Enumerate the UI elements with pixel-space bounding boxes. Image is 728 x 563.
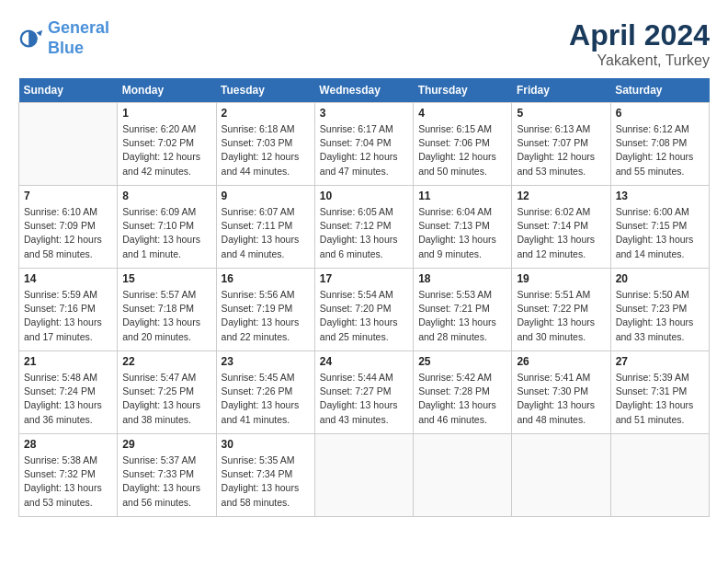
day-cell (512, 434, 610, 517)
day-info: Sunrise: 5:59 AM Sunset: 7:16 PM Dayligh… (24, 288, 112, 344)
day-info: Sunrise: 6:04 AM Sunset: 7:13 PM Dayligh… (418, 205, 506, 261)
day-number: 22 (122, 355, 210, 368)
day-cell: 23Sunrise: 5:45 AM Sunset: 7:26 PM Dayli… (216, 351, 314, 434)
week-row-3: 14Sunrise: 5:59 AM Sunset: 7:16 PM Dayli… (19, 269, 710, 351)
day-number: 1 (122, 107, 210, 120)
day-cell: 16Sunrise: 5:56 AM Sunset: 7:19 PM Dayli… (216, 269, 314, 351)
weekday-header-sunday: Sunday (19, 78, 118, 103)
day-info: Sunrise: 6:07 AM Sunset: 7:11 PM Dayligh… (222, 205, 310, 261)
day-info: Sunrise: 5:48 AM Sunset: 7:24 PM Dayligh… (24, 371, 112, 427)
day-info: Sunrise: 5:35 AM Sunset: 7:34 PM Dayligh… (222, 454, 310, 510)
day-number: 28 (24, 438, 112, 451)
logo: General Blue (18, 18, 109, 58)
day-cell: 26Sunrise: 5:41 AM Sunset: 7:30 PM Dayli… (512, 351, 610, 434)
day-cell: 14Sunrise: 5:59 AM Sunset: 7:16 PM Dayli… (19, 269, 118, 351)
day-number: 19 (517, 272, 605, 285)
day-cell: 10Sunrise: 6:05 AM Sunset: 7:12 PM Dayli… (314, 186, 413, 269)
day-info: Sunrise: 5:38 AM Sunset: 7:32 PM Dayligh… (24, 454, 112, 510)
day-number: 8 (122, 190, 210, 202)
day-cell: 3Sunrise: 6:17 AM Sunset: 7:04 PM Daylig… (314, 103, 413, 186)
day-cell (314, 434, 413, 517)
day-cell: 19Sunrise: 5:51 AM Sunset: 7:22 PM Dayli… (512, 269, 610, 351)
day-number: 26 (517, 355, 605, 368)
day-info: Sunrise: 5:54 AM Sunset: 7:20 PM Dayligh… (320, 288, 408, 344)
day-number: 3 (320, 107, 408, 120)
day-info: Sunrise: 5:53 AM Sunset: 7:21 PM Dayligh… (418, 288, 506, 344)
day-number: 9 (222, 190, 310, 202)
week-row-4: 21Sunrise: 5:48 AM Sunset: 7:24 PM Dayli… (19, 351, 710, 434)
weekday-header-saturday: Saturday (610, 78, 709, 103)
day-info: Sunrise: 6:13 AM Sunset: 7:07 PM Dayligh… (517, 122, 605, 178)
day-number: 20 (616, 272, 704, 285)
day-cell: 4Sunrise: 6:15 AM Sunset: 7:06 PM Daylig… (414, 103, 512, 186)
day-cell: 11Sunrise: 6:04 AM Sunset: 7:13 PM Dayli… (414, 186, 512, 269)
day-number: 7 (24, 190, 112, 202)
day-number: 30 (222, 438, 310, 451)
day-info: Sunrise: 6:05 AM Sunset: 7:12 PM Dayligh… (320, 205, 408, 261)
weekday-header-thursday: Thursday (414, 78, 512, 103)
day-cell (610, 434, 709, 517)
month-title: April 2024 (569, 18, 710, 52)
day-info: Sunrise: 6:12 AM Sunset: 7:08 PM Dayligh… (616, 122, 704, 178)
day-info: Sunrise: 6:00 AM Sunset: 7:15 PM Dayligh… (616, 205, 704, 261)
page-header: General Blue April 2024 Yakakent, Turkey (18, 18, 710, 69)
week-row-1: 1Sunrise: 6:20 AM Sunset: 7:02 PM Daylig… (19, 103, 710, 186)
day-info: Sunrise: 6:17 AM Sunset: 7:04 PM Dayligh… (320, 122, 408, 178)
day-info: Sunrise: 5:42 AM Sunset: 7:28 PM Dayligh… (418, 371, 506, 427)
day-cell: 28Sunrise: 5:38 AM Sunset: 7:32 PM Dayli… (19, 434, 118, 517)
day-info: Sunrise: 5:45 AM Sunset: 7:26 PM Dayligh… (222, 371, 310, 427)
title-block: April 2024 Yakakent, Turkey (569, 18, 710, 69)
day-cell: 22Sunrise: 5:47 AM Sunset: 7:25 PM Dayli… (118, 351, 216, 434)
day-number: 13 (616, 190, 704, 202)
day-number: 25 (418, 355, 506, 368)
day-cell: 30Sunrise: 5:35 AM Sunset: 7:34 PM Dayli… (216, 434, 314, 517)
weekday-header-row: SundayMondayTuesdayWednesdayThursdayFrid… (19, 78, 710, 103)
day-number: 29 (122, 438, 210, 451)
day-cell: 13Sunrise: 6:00 AM Sunset: 7:15 PM Dayli… (610, 186, 709, 269)
day-cell: 6Sunrise: 6:12 AM Sunset: 7:08 PM Daylig… (610, 103, 709, 186)
weekday-header-wednesday: Wednesday (314, 78, 413, 103)
day-number: 6 (616, 107, 704, 120)
day-number: 16 (222, 272, 310, 285)
day-cell: 21Sunrise: 5:48 AM Sunset: 7:24 PM Dayli… (19, 351, 118, 434)
day-number: 5 (517, 107, 605, 120)
day-number: 18 (418, 272, 506, 285)
day-number: 4 (418, 107, 506, 120)
day-cell: 7Sunrise: 6:10 AM Sunset: 7:09 PM Daylig… (19, 186, 118, 269)
day-number: 17 (320, 272, 408, 285)
day-number: 15 (122, 272, 210, 285)
day-cell: 29Sunrise: 5:37 AM Sunset: 7:33 PM Dayli… (118, 434, 216, 517)
logo-text: General Blue (48, 18, 109, 58)
day-cell: 2Sunrise: 6:18 AM Sunset: 7:03 PM Daylig… (216, 103, 314, 186)
weekday-header-monday: Monday (118, 78, 216, 103)
calendar-table: SundayMondayTuesdayWednesdayThursdayFrid… (18, 78, 710, 517)
day-number: 2 (222, 107, 310, 120)
day-cell: 25Sunrise: 5:42 AM Sunset: 7:28 PM Dayli… (414, 351, 512, 434)
day-number: 12 (517, 190, 605, 202)
day-cell: 9Sunrise: 6:07 AM Sunset: 7:11 PM Daylig… (216, 186, 314, 269)
day-info: Sunrise: 6:15 AM Sunset: 7:06 PM Dayligh… (418, 122, 506, 178)
day-cell: 27Sunrise: 5:39 AM Sunset: 7:31 PM Dayli… (610, 351, 709, 434)
day-cell: 12Sunrise: 6:02 AM Sunset: 7:14 PM Dayli… (512, 186, 610, 269)
day-info: Sunrise: 5:56 AM Sunset: 7:19 PM Dayligh… (222, 288, 310, 344)
day-number: 23 (222, 355, 310, 368)
day-number: 10 (320, 190, 408, 202)
day-info: Sunrise: 5:50 AM Sunset: 7:23 PM Dayligh… (616, 288, 704, 344)
day-info: Sunrise: 5:51 AM Sunset: 7:22 PM Dayligh… (517, 288, 605, 344)
day-info: Sunrise: 6:20 AM Sunset: 7:02 PM Dayligh… (122, 122, 210, 178)
day-info: Sunrise: 5:39 AM Sunset: 7:31 PM Dayligh… (616, 371, 704, 427)
day-info: Sunrise: 6:18 AM Sunset: 7:03 PM Dayligh… (222, 122, 310, 178)
day-info: Sunrise: 5:57 AM Sunset: 7:18 PM Dayligh… (122, 288, 210, 344)
day-cell: 15Sunrise: 5:57 AM Sunset: 7:18 PM Dayli… (118, 269, 216, 351)
day-info: Sunrise: 5:41 AM Sunset: 7:30 PM Dayligh… (517, 371, 605, 427)
day-cell: 17Sunrise: 5:54 AM Sunset: 7:20 PM Dayli… (314, 269, 413, 351)
day-cell: 1Sunrise: 6:20 AM Sunset: 7:02 PM Daylig… (118, 103, 216, 186)
day-number: 14 (24, 272, 112, 285)
day-cell: 24Sunrise: 5:44 AM Sunset: 7:27 PM Dayli… (314, 351, 413, 434)
location-subtitle: Yakakent, Turkey (569, 52, 710, 69)
week-row-5: 28Sunrise: 5:38 AM Sunset: 7:32 PM Dayli… (19, 434, 710, 517)
day-info: Sunrise: 6:02 AM Sunset: 7:14 PM Dayligh… (517, 205, 605, 261)
day-number: 24 (320, 355, 408, 368)
calendar-body: 1Sunrise: 6:20 AM Sunset: 7:02 PM Daylig… (19, 103, 710, 517)
day-info: Sunrise: 6:10 AM Sunset: 7:09 PM Dayligh… (24, 205, 112, 261)
